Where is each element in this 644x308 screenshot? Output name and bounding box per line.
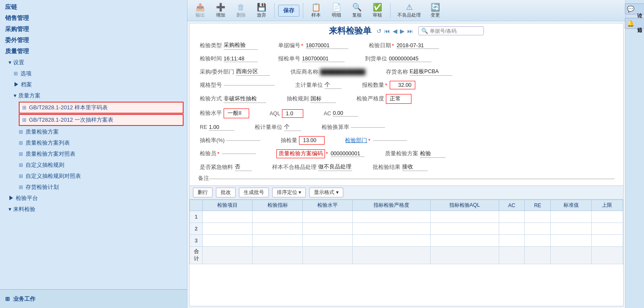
cell-1-5[interactable] <box>430 211 499 223</box>
sidebar-item-sales[interactable]: 销售管理 <box>0 13 187 24</box>
sidebar-item-custom-sample-contrast[interactable]: ⊞ 自定义抽检规则对照表 <box>0 171 187 182</box>
delete-row-button[interactable]: 删行 <box>193 188 213 197</box>
cell-2-3[interactable] <box>302 223 352 235</box>
cell-2-9[interactable] <box>591 223 623 235</box>
last-icon[interactable]: ⏭ <box>407 28 413 34</box>
sidebar-item-gb-sampling[interactable]: ⊞ GB/T2828.1-2012 一次抽样方案表 <box>19 114 184 126</box>
field-unit: 主计量单位 个 <box>293 80 343 91</box>
cell-3-9[interactable] <box>591 235 623 247</box>
sidebar-item-options[interactable]: ⊞ 选项 <box>0 68 187 79</box>
discuss-button[interactable]: 💬 讨论 <box>625 3 644 14</box>
change-button[interactable]: 🔄 变更 <box>426 1 445 20</box>
notify-button[interactable]: 🔔 通知 <box>625 18 644 29</box>
sidebar-item-incoming-inspect[interactable]: ▾ 来料检验 <box>0 204 187 215</box>
cell-2-1[interactable] <box>203 223 253 235</box>
detail-button[interactable]: 📄 明细 <box>327 1 346 20</box>
sidebar-item-settings[interactable]: ▾ 设置 <box>0 57 187 68</box>
cell-3-8[interactable] <box>551 235 592 247</box>
recheck-button[interactable]: 🔍 复核 <box>348 1 366 20</box>
cell-2-6[interactable] <box>499 223 525 235</box>
field-aql: AQL 1.0 <box>268 108 305 119</box>
batch-edit-button[interactable]: 批改 <box>216 188 236 197</box>
cell-2-4[interactable] <box>353 223 430 235</box>
cell-1-8[interactable] <box>551 211 592 223</box>
sidebar-item-quality[interactable]: 质量管理 <box>0 46 187 57</box>
sidebar-item-custom-sample-rule[interactable]: ⊞ 自定义抽检规则 <box>0 160 187 171</box>
sort-locate-button[interactable]: 排序定位 ▾ <box>272 188 306 197</box>
cell-1-4[interactable] <box>353 211 430 223</box>
sidebar-item-quality-inspect-plan[interactable]: ⊞ 质量检验方案 <box>0 126 187 137</box>
cell-1-6[interactable] <box>499 211 525 223</box>
first-icon[interactable]: ⏮ <box>384 28 390 34</box>
sidebar-item-purchase[interactable]: 采购管理 <box>0 24 187 35</box>
next-icon[interactable]: ▶ <box>400 28 405 34</box>
separator-2 <box>303 3 303 18</box>
save-button[interactable]: 保存 <box>278 5 299 17</box>
gen-batch-no-button[interactable]: 生成批号 <box>239 188 269 197</box>
field-inspect-dept: 检验部门 * <box>343 135 408 146</box>
search-icon: 🔍 <box>421 28 428 34</box>
sidebar-item-quality-inspect-list[interactable]: ⊞ 质量检验方案列表 <box>0 137 187 148</box>
delete-icon: 🗑 <box>237 3 245 12</box>
cell-3-3[interactable] <box>302 235 352 247</box>
doc-search[interactable]: 🔍 <box>418 26 484 35</box>
cell-3-6[interactable] <box>499 235 525 247</box>
cell-2-5[interactable] <box>430 223 499 235</box>
field-inspect-type: 检验类型 采购检验 <box>198 40 259 51</box>
sidebar-item-inspect-platform[interactable]: ▶ 检验平台 <box>0 193 187 204</box>
defect-button[interactable]: ⚠ 不良品处理 <box>394 1 424 20</box>
table-total-row: 合计 <box>190 247 623 264</box>
cell-3-4[interactable] <box>353 235 430 247</box>
add-button[interactable]: ➕ 增加 <box>211 1 230 20</box>
field-sample-rate: 抽检率(%) <box>198 135 262 146</box>
field-report-no: 报检单号 180700001 <box>276 53 346 64</box>
sidebar-item-quality-plan[interactable]: ▾ 质量方案 <box>0 90 187 101</box>
doc-search-input[interactable] <box>430 28 481 34</box>
total-5 <box>430 247 499 264</box>
sample-button[interactable]: 📋 样本 <box>307 1 325 20</box>
th-ac: AC <box>499 200 525 211</box>
display-format-button[interactable]: 显示格式 ▾ <box>309 188 343 197</box>
field-inspect-time: 检验时间 16:11:48 <box>198 53 259 64</box>
cell-1-2[interactable] <box>253 211 302 223</box>
delete-button[interactable]: 🗑 删除 <box>232 1 250 20</box>
sidebar-item-gb-sample-code[interactable]: ⊞ GB/T2828.1-2012 样本里字码表 <box>19 102 184 114</box>
export-button[interactable]: 📤 输出 <box>191 1 210 20</box>
sidebar-item-outsource[interactable]: 委外管理 <box>0 35 187 46</box>
sidebar-item-supply-chain[interactable]: 应链 <box>0 2 187 13</box>
cell-2-8[interactable] <box>551 223 592 235</box>
abandon-button[interactable]: 💾 放弃 <box>252 1 271 20</box>
separator-1 <box>274 3 275 18</box>
separator-3 <box>390 3 391 18</box>
field-inspect-date: 检验日期 * 2018-07-31 <box>367 40 441 51</box>
grid-icon-9: ⊞ <box>19 184 23 190</box>
cell-3-5[interactable] <box>430 235 499 247</box>
grid-icon: ⊞ <box>14 71 18 77</box>
th-num <box>190 200 203 211</box>
sidebar-item-stock-inspect-plan[interactable]: ⊞ 存货检验计划 <box>0 182 187 193</box>
cell-3-1[interactable] <box>203 235 253 247</box>
cell-1-9[interactable] <box>591 211 623 223</box>
doc-area: 来料检验单 ↺ ⏮ ◀ ▶ ⏭ 🔍 检验类型 <box>189 23 624 306</box>
th-re: RE <box>525 200 551 211</box>
audit-button[interactable]: ✅ 审核 <box>368 1 387 20</box>
cell-1-3[interactable] <box>302 211 352 223</box>
sidebar-item-archives[interactable]: ▶ 档案 <box>0 79 187 90</box>
sidebar-item-quality-inspect-contrast[interactable]: ⊞ 质量检验方案对照表 <box>0 148 187 160</box>
cell-1-1[interactable] <box>203 211 253 223</box>
sidebar: 应链 销售管理 采购管理 委外管理 质量管理 ▾ 设置 ⊞ 选项 ▶ 档案 <box>0 0 187 308</box>
cell-2-2[interactable] <box>253 223 302 235</box>
total-3 <box>302 247 352 264</box>
main-area: 📤 输出 ➕ 增加 🗑 删除 💾 放弃 保存 📋 样本 <box>187 0 625 308</box>
cell-2-7[interactable] <box>525 223 551 235</box>
field-spec: 规格型号 <box>198 80 276 91</box>
row-num-2: 2 <box>190 223 203 235</box>
field-urgent: 是否紧急物料 否 <box>198 162 253 173</box>
cell-3-7[interactable] <box>525 235 551 247</box>
total-2 <box>253 247 302 264</box>
cell-1-7[interactable] <box>525 211 551 223</box>
field-inspect-level: 检验水平 一般II <box>198 107 251 120</box>
refresh-icon[interactable]: ↺ <box>377 28 382 34</box>
cell-3-2[interactable] <box>253 235 302 247</box>
prev-icon[interactable]: ◀ <box>393 28 397 34</box>
